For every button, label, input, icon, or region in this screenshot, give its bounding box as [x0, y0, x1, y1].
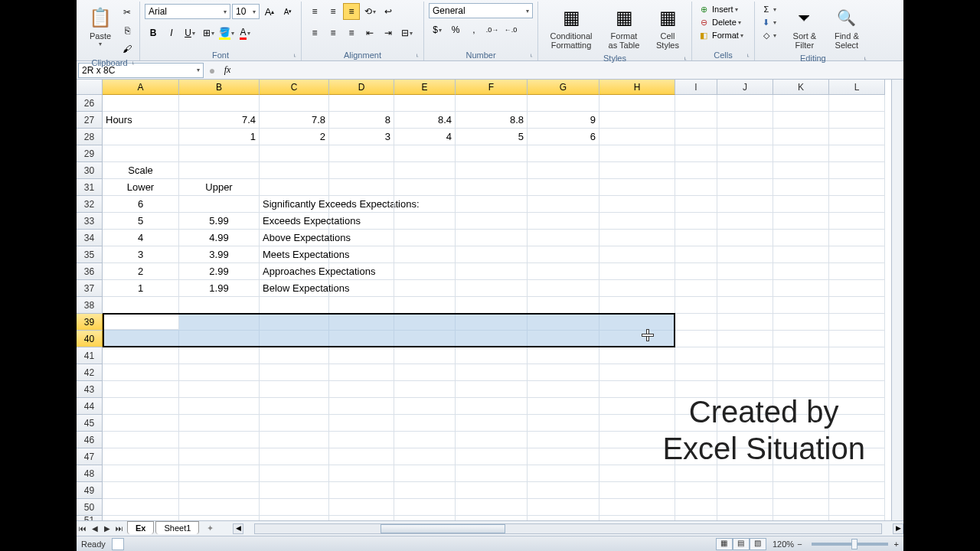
cell-G49[interactable] [528, 482, 599, 499]
cell-K27[interactable] [773, 112, 829, 129]
cell-D43[interactable] [329, 381, 394, 398]
column-header-K[interactable]: K [773, 80, 829, 95]
cell-G29[interactable] [528, 145, 599, 162]
cell-C31[interactable] [260, 179, 329, 196]
cell-D42[interactable] [329, 364, 394, 381]
cell-I43[interactable] [675, 381, 717, 398]
cell-I50[interactable] [675, 499, 717, 516]
cell-J46[interactable] [717, 432, 773, 448]
row-header-27[interactable]: 27 [77, 112, 103, 129]
tab-last-button[interactable]: ⏭ [113, 524, 126, 533]
comma-button[interactable]: , [466, 21, 482, 38]
cell-F38[interactable] [456, 297, 528, 314]
cell-F26[interactable] [456, 95, 528, 112]
cell-G26[interactable] [528, 95, 599, 112]
cell-G34[interactable] [528, 230, 599, 246]
cell-G42[interactable] [528, 364, 599, 381]
cell-H29[interactable] [599, 145, 675, 162]
cell-G41[interactable] [528, 347, 599, 364]
cell-J48[interactable] [717, 465, 773, 482]
cell-G27[interactable]: 9 [528, 112, 599, 129]
cell-E47[interactable] [394, 448, 456, 465]
cell-D39[interactable] [329, 314, 394, 331]
row-header-34[interactable]: 34 [77, 230, 103, 246]
row-header-30[interactable]: 30 [77, 162, 103, 179]
cell-L42[interactable] [829, 364, 885, 381]
cell-G39[interactable] [528, 314, 599, 331]
cell-I34[interactable] [675, 230, 717, 246]
cell-E43[interactable] [394, 381, 456, 398]
cell-H39[interactable] [599, 314, 675, 331]
cell-I39[interactable] [675, 314, 717, 331]
worksheet-area[interactable]: ABCDEFGHIJKL2627Hours7.47.888.48.8928123… [77, 80, 903, 520]
cell-L33[interactable] [829, 213, 885, 230]
cell-E41[interactable] [394, 347, 456, 364]
cell-E49[interactable] [394, 482, 456, 499]
paste-button[interactable]: 📋 Paste ▾ [84, 3, 116, 50]
cell-F37[interactable] [456, 280, 528, 297]
cell-J26[interactable] [717, 95, 773, 112]
cell-D40[interactable] [329, 331, 394, 347]
cell-D51[interactable] [329, 516, 394, 520]
cell-D46[interactable] [329, 432, 394, 448]
row-header-47[interactable]: 47 [77, 448, 103, 465]
cell-A46[interactable] [103, 432, 179, 448]
cell-E26[interactable] [394, 95, 456, 112]
cell-B33[interactable]: 5.99 [179, 213, 260, 230]
wrap-text-button[interactable]: ↩ [380, 3, 397, 20]
cell-G45[interactable] [528, 415, 599, 432]
cell-J28[interactable] [717, 129, 773, 145]
row-header-46[interactable]: 46 [77, 432, 103, 448]
cell-H32[interactable] [599, 196, 675, 213]
fill-color-button[interactable]: 🪣 [218, 24, 235, 41]
cell-H50[interactable] [599, 499, 675, 516]
new-sheet-button[interactable]: ✦ [202, 523, 217, 533]
cell-D28[interactable]: 3 [329, 129, 394, 145]
cell-H49[interactable] [599, 482, 675, 499]
find-select-button[interactable]: 🔍 Find & Select [827, 3, 867, 52]
format-painter-button[interactable]: 🖌 [119, 41, 135, 57]
cell-F34[interactable] [456, 230, 528, 246]
cell-J39[interactable] [717, 314, 773, 331]
cell-E36[interactable] [394, 263, 456, 280]
font-size-select[interactable]: 10▾ [232, 4, 260, 19]
increase-decimal-button[interactable]: .0→ [484, 21, 501, 38]
cell-H47[interactable] [599, 448, 675, 465]
cell-J40[interactable] [717, 331, 773, 347]
cell-A44[interactable] [103, 398, 179, 415]
cell-G31[interactable] [528, 179, 599, 196]
cell-A38[interactable] [103, 297, 179, 314]
grow-font-button[interactable]: A▴ [261, 3, 278, 20]
cell-C37[interactable]: Below Expectations [260, 280, 329, 297]
cell-C29[interactable] [260, 145, 329, 162]
cell-F36[interactable] [456, 263, 528, 280]
cell-I28[interactable] [675, 129, 717, 145]
cell-C48[interactable] [260, 465, 329, 482]
cell-L39[interactable] [829, 314, 885, 331]
cell-F31[interactable] [456, 179, 528, 196]
row-header-31[interactable]: 31 [77, 179, 103, 196]
cell-J50[interactable] [717, 499, 773, 516]
column-header-J[interactable]: J [717, 80, 773, 95]
cell-A26[interactable] [103, 95, 179, 112]
column-header-A[interactable]: A [103, 80, 179, 95]
cell-H38[interactable] [599, 297, 675, 314]
cell-F35[interactable] [456, 246, 528, 263]
cancel-formula-button[interactable]: ● [205, 64, 219, 77]
cell-A36[interactable]: 2 [103, 263, 179, 280]
cell-K37[interactable] [773, 280, 829, 297]
cell-styles-button[interactable]: ▦ Cell Styles [648, 3, 687, 52]
cell-D26[interactable] [329, 95, 394, 112]
cell-F48[interactable] [456, 465, 528, 482]
row-header-44[interactable]: 44 [77, 398, 103, 415]
cell-C34[interactable]: Above Expectations [260, 230, 329, 246]
cell-B47[interactable] [179, 448, 260, 465]
cell-A34[interactable]: 4 [103, 230, 179, 246]
align-top-button[interactable]: ≡ [306, 3, 323, 20]
cell-E44[interactable] [394, 398, 456, 415]
cell-A30[interactable]: Scale [103, 162, 179, 179]
zoom-level[interactable]: 120% [773, 540, 794, 549]
cell-C36[interactable]: Approaches Expectations [260, 263, 329, 280]
cell-L41[interactable] [829, 347, 885, 364]
cell-C30[interactable] [260, 162, 329, 179]
